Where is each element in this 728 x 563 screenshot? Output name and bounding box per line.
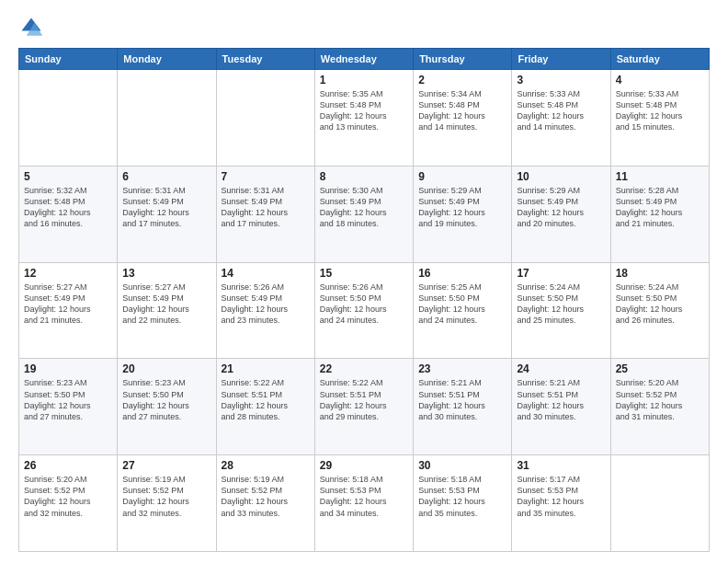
day-number: 2	[418, 74, 506, 86]
day-info: Sunrise: 5:31 AM Sunset: 5:49 PM Dayligh…	[122, 185, 210, 230]
day-info: Sunrise: 5:27 AM Sunset: 5:49 PM Dayligh…	[122, 282, 210, 327]
day-info: Sunrise: 5:33 AM Sunset: 5:48 PM Dayligh…	[616, 88, 704, 133]
weekday-header-row: SundayMondayTuesdayWednesdayThursdayFrid…	[19, 49, 710, 70]
day-info: Sunrise: 5:35 AM Sunset: 5:48 PM Dayligh…	[320, 88, 408, 133]
day-cell-14: 14Sunrise: 5:26 AM Sunset: 5:49 PM Dayli…	[216, 262, 314, 359]
day-cell-25: 25Sunrise: 5:20 AM Sunset: 5:52 PM Dayli…	[610, 359, 709, 455]
empty-cell	[610, 455, 709, 552]
day-info: Sunrise: 5:22 AM Sunset: 5:51 PM Dayligh…	[320, 377, 408, 422]
day-cell-31: 31Sunrise: 5:17 AM Sunset: 5:53 PM Dayli…	[512, 455, 610, 552]
day-info: Sunrise: 5:26 AM Sunset: 5:50 PM Dayligh…	[320, 282, 408, 327]
day-info: Sunrise: 5:30 AM Sunset: 5:49 PM Dayligh…	[320, 185, 408, 230]
day-cell-29: 29Sunrise: 5:18 AM Sunset: 5:53 PM Dayli…	[314, 455, 413, 552]
day-number: 3	[517, 74, 605, 86]
day-info: Sunrise: 5:19 AM Sunset: 5:52 PM Dayligh…	[122, 474, 210, 519]
day-cell-7: 7Sunrise: 5:31 AM Sunset: 5:49 PM Daylig…	[216, 166, 314, 262]
day-cell-10: 10Sunrise: 5:29 AM Sunset: 5:49 PM Dayli…	[512, 166, 610, 262]
day-cell-11: 11Sunrise: 5:28 AM Sunset: 5:49 PM Dayli…	[610, 166, 709, 262]
day-cell-30: 30Sunrise: 5:18 AM Sunset: 5:53 PM Dayli…	[414, 455, 512, 552]
page: SundayMondayTuesdayWednesdayThursdayFrid…	[0, 0, 728, 563]
day-info: Sunrise: 5:20 AM Sunset: 5:52 PM Dayligh…	[24, 474, 112, 519]
day-cell-1: 1Sunrise: 5:35 AM Sunset: 5:48 PM Daylig…	[314, 70, 413, 167]
day-number: 21	[222, 362, 310, 375]
day-cell-4: 4Sunrise: 5:33 AM Sunset: 5:48 PM Daylig…	[610, 70, 709, 167]
day-number: 27	[122, 459, 210, 472]
day-number: 28	[222, 459, 310, 472]
weekday-header-saturday: Saturday	[610, 49, 709, 70]
day-cell-18: 18Sunrise: 5:24 AM Sunset: 5:50 PM Dayli…	[610, 262, 709, 359]
empty-cell	[118, 70, 216, 167]
day-number: 15	[320, 267, 408, 280]
week-row-3: 12Sunrise: 5:27 AM Sunset: 5:49 PM Dayli…	[19, 262, 710, 359]
day-cell-5: 5Sunrise: 5:32 AM Sunset: 5:48 PM Daylig…	[19, 166, 118, 262]
day-info: Sunrise: 5:32 AM Sunset: 5:48 PM Dayligh…	[24, 185, 112, 230]
week-row-4: 19Sunrise: 5:23 AM Sunset: 5:50 PM Dayli…	[19, 359, 710, 455]
day-cell-17: 17Sunrise: 5:24 AM Sunset: 5:50 PM Dayli…	[512, 262, 610, 359]
day-info: Sunrise: 5:23 AM Sunset: 5:50 PM Dayligh…	[122, 377, 210, 422]
day-number: 11	[616, 170, 704, 183]
logo	[18, 15, 48, 40]
day-info: Sunrise: 5:24 AM Sunset: 5:50 PM Dayligh…	[517, 282, 605, 327]
day-info: Sunrise: 5:18 AM Sunset: 5:53 PM Dayligh…	[418, 474, 506, 519]
day-cell-15: 15Sunrise: 5:26 AM Sunset: 5:50 PM Dayli…	[314, 262, 413, 359]
day-cell-2: 2Sunrise: 5:34 AM Sunset: 5:48 PM Daylig…	[414, 70, 512, 167]
day-cell-16: 16Sunrise: 5:25 AM Sunset: 5:50 PM Dayli…	[414, 262, 512, 359]
day-info: Sunrise: 5:20 AM Sunset: 5:52 PM Dayligh…	[616, 377, 704, 422]
day-info: Sunrise: 5:21 AM Sunset: 5:51 PM Dayligh…	[418, 377, 506, 422]
empty-cell	[216, 70, 314, 167]
day-info: Sunrise: 5:21 AM Sunset: 5:51 PM Dayligh…	[517, 377, 605, 422]
week-row-5: 26Sunrise: 5:20 AM Sunset: 5:52 PM Dayli…	[19, 455, 710, 552]
day-number: 14	[222, 267, 310, 280]
day-cell-27: 27Sunrise: 5:19 AM Sunset: 5:52 PM Dayli…	[118, 455, 216, 552]
day-number: 24	[517, 362, 605, 375]
day-number: 13	[122, 267, 210, 280]
weekday-header-friday: Friday	[512, 49, 610, 70]
day-number: 22	[320, 362, 408, 375]
day-info: Sunrise: 5:27 AM Sunset: 5:49 PM Dayligh…	[24, 282, 112, 327]
day-number: 19	[24, 362, 112, 375]
day-cell-12: 12Sunrise: 5:27 AM Sunset: 5:49 PM Dayli…	[19, 262, 118, 359]
day-number: 8	[320, 170, 408, 183]
day-number: 20	[122, 362, 210, 375]
day-number: 26	[24, 459, 112, 472]
week-row-2: 5Sunrise: 5:32 AM Sunset: 5:48 PM Daylig…	[19, 166, 710, 262]
day-cell-6: 6Sunrise: 5:31 AM Sunset: 5:49 PM Daylig…	[118, 166, 216, 262]
logo-icon	[18, 15, 44, 40]
day-cell-26: 26Sunrise: 5:20 AM Sunset: 5:52 PM Dayli…	[19, 455, 118, 552]
day-cell-20: 20Sunrise: 5:23 AM Sunset: 5:50 PM Dayli…	[118, 359, 216, 455]
weekday-header-thursday: Thursday	[414, 49, 512, 70]
day-number: 9	[418, 170, 506, 183]
day-number: 1	[320, 74, 408, 86]
day-cell-3: 3Sunrise: 5:33 AM Sunset: 5:48 PM Daylig…	[512, 70, 610, 167]
day-number: 16	[418, 267, 506, 280]
day-number: 6	[122, 170, 210, 183]
weekday-header-sunday: Sunday	[19, 49, 118, 70]
day-number: 12	[24, 267, 112, 280]
calendar-table: SundayMondayTuesdayWednesdayThursdayFrid…	[18, 48, 710, 552]
day-number: 23	[418, 362, 506, 375]
day-info: Sunrise: 5:17 AM Sunset: 5:53 PM Dayligh…	[517, 474, 605, 519]
day-number: 30	[418, 459, 506, 472]
day-number: 17	[517, 267, 605, 280]
day-cell-24: 24Sunrise: 5:21 AM Sunset: 5:51 PM Dayli…	[512, 359, 610, 455]
day-info: Sunrise: 5:22 AM Sunset: 5:51 PM Dayligh…	[222, 377, 310, 422]
day-info: Sunrise: 5:29 AM Sunset: 5:49 PM Dayligh…	[418, 185, 506, 230]
day-number: 4	[616, 74, 704, 86]
weekday-header-wednesday: Wednesday	[314, 49, 413, 70]
day-number: 18	[616, 267, 704, 280]
day-number: 10	[517, 170, 605, 183]
weekday-header-monday: Monday	[118, 49, 216, 70]
day-number: 29	[320, 459, 408, 472]
day-number: 31	[517, 459, 605, 472]
day-info: Sunrise: 5:18 AM Sunset: 5:53 PM Dayligh…	[320, 474, 408, 519]
day-number: 25	[616, 362, 704, 375]
day-info: Sunrise: 5:25 AM Sunset: 5:50 PM Dayligh…	[418, 282, 506, 327]
day-info: Sunrise: 5:19 AM Sunset: 5:52 PM Dayligh…	[222, 474, 310, 519]
weekday-header-tuesday: Tuesday	[216, 49, 314, 70]
empty-cell	[19, 70, 118, 167]
day-cell-8: 8Sunrise: 5:30 AM Sunset: 5:49 PM Daylig…	[314, 166, 413, 262]
day-cell-23: 23Sunrise: 5:21 AM Sunset: 5:51 PM Dayli…	[414, 359, 512, 455]
day-cell-28: 28Sunrise: 5:19 AM Sunset: 5:52 PM Dayli…	[216, 455, 314, 552]
day-info: Sunrise: 5:31 AM Sunset: 5:49 PM Dayligh…	[222, 185, 310, 230]
day-cell-21: 21Sunrise: 5:22 AM Sunset: 5:51 PM Dayli…	[216, 359, 314, 455]
